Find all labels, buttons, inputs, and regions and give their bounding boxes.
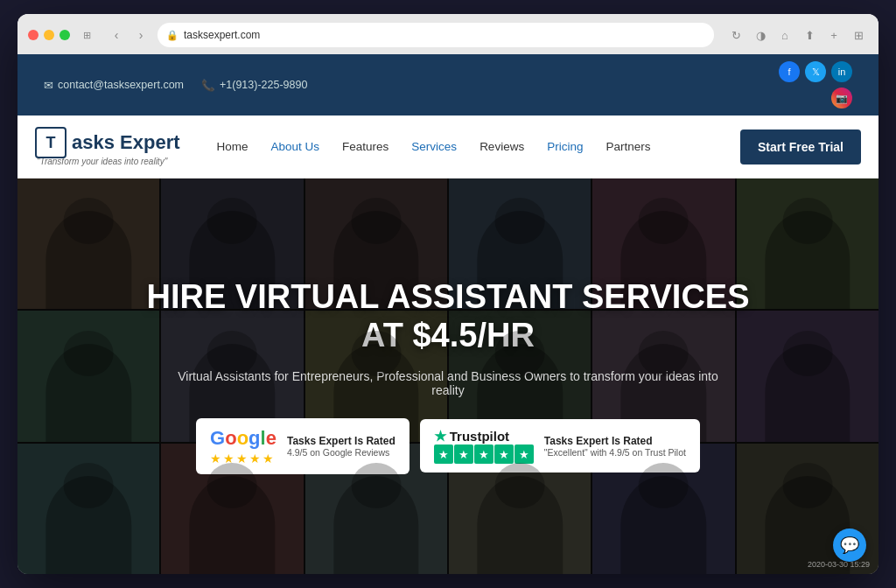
browser-actions: ↻ ◑ ⌂ ⬆ + ⊞ [726, 25, 868, 45]
new-tab-button[interactable]: + [824, 25, 844, 45]
browser-nav: ‹ › [107, 25, 150, 45]
logo-icon: T [35, 127, 66, 158]
address-bar[interactable]: 🔒 tasksexpert.com [158, 23, 714, 47]
theme-toggle[interactable]: ◑ [751, 25, 770, 45]
close-button[interactable] [28, 30, 38, 40]
share-button[interactable]: ⬆ [800, 25, 819, 45]
window-icon: ⊞ [77, 25, 96, 45]
email-address: contact@tasksexpert.com [58, 79, 184, 91]
social-row-bottom: 📷 [831, 88, 852, 108]
star-1: ★ [210, 452, 221, 466]
trustpilot-rating-text: Tasks Expert Is Rated "Excellent" with 4… [544, 435, 686, 458]
tp-star-5: ★ [514, 444, 534, 464]
star-4: ★ [249, 452, 261, 466]
hero-subtitle: Virtual Assistants for Entrepreneurs, Pr… [168, 369, 728, 397]
logo-area: T asks Expert "Transform your ideas into… [35, 127, 180, 166]
google-rating-text: Tasks Expert Is Rated 4.9/5 on Google Re… [287, 435, 396, 458]
browser-chrome: ⊞ ‹ › 🔒 tasksexpert.com ↻ ◑ ⌂ ⬆ + ⊞ [18, 14, 878, 54]
rating-badges: Google ★ ★ ★ ★ ★ Tasks Expert Is Ra [196, 418, 700, 474]
trustpilot-score: "Excellent" with 4.9/5 on Trust Pilot [544, 447, 686, 458]
facebook-button[interactable]: f [779, 61, 800, 82]
lock-icon: 🔒 [166, 30, 178, 41]
social-icons: f 𝕏 in 📷 [779, 61, 852, 108]
trustpilot-heading: Tasks Expert Is Rated [544, 435, 686, 447]
google-logo: Google [210, 427, 276, 449]
chat-button[interactable]: 💬 [833, 528, 866, 562]
trustpilot-logo: ★ Trustpilot [434, 428, 534, 444]
phone-icon: 📞 [201, 79, 215, 92]
contact-info: ✉ contact@tasksexpert.com 📞 +1(913)-225-… [44, 79, 307, 92]
google-score: 4.9/5 on Google Reviews [287, 447, 396, 458]
phone-number: +1(913)-225-9890 [220, 79, 307, 91]
star-5: ★ [262, 452, 274, 466]
google-heading: Tasks Expert Is Rated [287, 435, 396, 447]
reload-button[interactable]: ↻ [726, 25, 746, 45]
browser-window: ⊞ ‹ › 🔒 tasksexpert.com ↻ ◑ ⌂ ⬆ + ⊞ ✉ co… [18, 14, 878, 574]
instagram-button[interactable]: 📷 [831, 88, 852, 108]
linkedin-button[interactable]: in [831, 61, 852, 82]
top-bar: ✉ contact@tasksexpert.com 📞 +1(913)-225-… [18, 54, 878, 116]
cta-button[interactable]: Start Free Trial [740, 130, 861, 164]
tp-star-1: ★ [434, 444, 453, 464]
tp-star-3: ★ [474, 444, 494, 464]
email-icon: ✉ [44, 79, 53, 92]
logo-top: T asks Expert [35, 127, 180, 158]
google-stars: ★ ★ ★ ★ ★ [210, 452, 276, 466]
hero-overlay: HIRE VIRTUAL ASSISTANT SERVICES AT $4.5/… [18, 178, 878, 574]
twitter-button[interactable]: 𝕏 [805, 61, 826, 82]
logo-text: asks Expert [72, 131, 180, 154]
nav-links: Home About Us Features Services Reviews … [206, 133, 740, 160]
phone-contact: 📞 +1(913)-225-9890 [201, 79, 307, 92]
timestamp: 2020-03-30 15:29 [808, 560, 870, 569]
nav-partners[interactable]: Partners [595, 133, 661, 160]
email-contact: ✉ contact@tasksexpert.com [44, 79, 184, 92]
forward-button[interactable]: › [131, 25, 150, 45]
trustpilot-logo-area: ★ Trustpilot ★ ★ ★ ★ ★ [434, 428, 534, 464]
grid-button[interactable]: ⊞ [849, 25, 868, 45]
hero-section: HIRE VIRTUAL ASSISTANT SERVICES AT $4.5/… [18, 178, 878, 574]
url-display: tasksexpert.com [184, 29, 260, 41]
navbar: T asks Expert "Transform your ideas into… [18, 116, 878, 178]
home-button[interactable]: ⌂ [775, 25, 794, 45]
nav-services[interactable]: Services [401, 133, 467, 160]
tp-star-2: ★ [454, 444, 473, 464]
social-row-top: f 𝕏 in [779, 61, 852, 82]
trustpilot-stars: ★ ★ ★ ★ ★ [434, 444, 534, 464]
site-content: ✉ contact@tasksexpert.com 📞 +1(913)-225-… [18, 54, 878, 574]
maximize-button[interactable] [60, 30, 70, 40]
nav-home[interactable]: Home [206, 133, 259, 160]
minimize-button[interactable] [44, 30, 54, 40]
tp-star-4: ★ [494, 444, 514, 464]
traffic-lights [28, 30, 70, 40]
nav-about[interactable]: About Us [261, 133, 331, 160]
nav-features[interactable]: Features [332, 133, 399, 160]
nav-reviews[interactable]: Reviews [469, 133, 535, 160]
nav-pricing[interactable]: Pricing [536, 133, 593, 160]
google-logo-area: Google ★ ★ ★ ★ ★ [210, 427, 276, 466]
back-button[interactable]: ‹ [107, 25, 126, 45]
